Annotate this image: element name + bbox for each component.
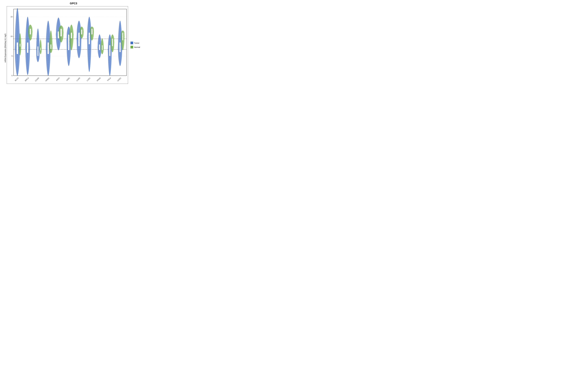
- svg-point-209: [40, 45, 40, 46]
- svg-point-125: [30, 39, 31, 40]
- svg-point-356: [61, 27, 62, 27]
- svg-point-385: [68, 39, 68, 39]
- svg-point-611: [102, 51, 102, 52]
- svg-point-182: [38, 34, 38, 35]
- svg-point-661: [109, 47, 109, 48]
- svg-point-26: [17, 62, 17, 62]
- svg-point-479: [81, 34, 82, 34]
- svg-point-290: [51, 30, 51, 31]
- svg-point-272: [51, 44, 51, 45]
- svg-point-596: [99, 38, 100, 39]
- svg-point-266: [51, 49, 51, 49]
- svg-point-111: [27, 31, 27, 31]
- svg-point-325: [58, 17, 59, 18]
- svg-point-654: [110, 57, 110, 57]
- svg-point-281: [50, 37, 51, 38]
- svg-point-414: [72, 37, 72, 37]
- svg-point-348: [61, 32, 62, 32]
- svg-point-469: [82, 38, 82, 38]
- svg-point-734: [120, 28, 121, 29]
- svg-point-22: [17, 71, 18, 71]
- svg-point-541: [92, 38, 92, 39]
- svg-point-278: [50, 40, 51, 40]
- svg-point-754: [123, 43, 123, 44]
- svg-point-394: [69, 26, 69, 27]
- svg-point-643: [110, 73, 110, 73]
- svg-point-244: [47, 43, 48, 44]
- svg-point-716: [120, 56, 120, 57]
- svg-point-127: [31, 38, 31, 38]
- svg-point-668: [110, 37, 110, 38]
- svg-point-69: [20, 44, 21, 44]
- svg-point-540: [92, 39, 92, 39]
- svg-point-302: [58, 43, 58, 44]
- svg-point-737: [120, 24, 120, 24]
- svg-point-539: [92, 39, 92, 40]
- svg-point-495: [81, 27, 82, 28]
- svg-point-592: [99, 42, 99, 42]
- svg-point-649: [110, 64, 110, 65]
- svg-point-610: [102, 52, 103, 52]
- svg-point-680: [112, 49, 113, 49]
- svg-point-589: [99, 44, 99, 44]
- svg-point-685: [112, 46, 113, 46]
- svg-point-693: [113, 41, 113, 42]
- svg-point-358: [61, 26, 61, 26]
- svg-point-276: [51, 41, 52, 42]
- svg-point-725: [121, 42, 121, 43]
- svg-point-262: [51, 52, 51, 52]
- svg-point-124: [30, 40, 31, 40]
- svg-point-697: [112, 39, 112, 39]
- svg-point-683: [112, 47, 112, 48]
- svg-point-655: [109, 56, 110, 56]
- svg-point-334: [61, 40, 62, 40]
- svg-point-513: [89, 53, 90, 53]
- svg-point-580: [99, 51, 100, 52]
- plot-area: 051015BLCABRCACOADHNSCKICHKIRCLUADLUSCPR…: [7, 6, 128, 84]
- svg-point-370: [69, 59, 69, 59]
- svg-point-167: [37, 51, 38, 52]
- svg-point-703: [112, 35, 112, 35]
- svg-point-179: [38, 38, 38, 38]
- svg-point-458: [79, 27, 79, 27]
- svg-point-255: [48, 23, 48, 23]
- svg-point-758: [122, 41, 122, 41]
- svg-point-721: [120, 49, 120, 49]
- svg-point-200: [40, 50, 41, 50]
- svg-point-274: [51, 43, 51, 43]
- svg-point-76: [20, 39, 20, 39]
- svg-point-21: [17, 73, 18, 74]
- svg-point-138: [31, 32, 31, 33]
- svg-point-486: [82, 31, 82, 31]
- svg-point-632: [102, 40, 103, 40]
- svg-point-505: [89, 68, 90, 68]
- svg-text:10: 10: [10, 35, 12, 37]
- svg-point-484: [81, 32, 82, 32]
- svg-point-250: [49, 32, 49, 32]
- svg-point-477: [81, 35, 81, 35]
- svg-point-581: [99, 50, 99, 51]
- svg-point-438: [79, 53, 79, 53]
- svg-point-107: [28, 39, 28, 39]
- svg-point-411: [72, 40, 72, 40]
- svg-point-733: [121, 30, 121, 30]
- svg-point-490: [81, 29, 82, 30]
- svg-point-459: [79, 26, 79, 26]
- svg-point-163: [38, 56, 38, 56]
- svg-point-424: [71, 28, 71, 28]
- plot-with-legend: 051015BLCABRCACOADHNSCKICHKIRCLUADLUSCPR…: [7, 6, 144, 84]
- svg-point-65: [20, 47, 20, 47]
- svg-point-618: [103, 48, 103, 48]
- svg-point-614: [102, 50, 102, 50]
- svg-point-717: [120, 55, 121, 55]
- svg-point-336: [61, 39, 61, 39]
- svg-point-764: [122, 36, 122, 37]
- svg-point-423: [71, 29, 72, 29]
- svg-point-471: [81, 37, 82, 37]
- svg-point-769: [122, 33, 123, 33]
- svg-point-203: [40, 49, 41, 49]
- svg-point-371: [68, 58, 69, 58]
- svg-point-446: [80, 42, 80, 43]
- svg-point-735: [120, 27, 120, 27]
- svg-point-547: [92, 35, 92, 36]
